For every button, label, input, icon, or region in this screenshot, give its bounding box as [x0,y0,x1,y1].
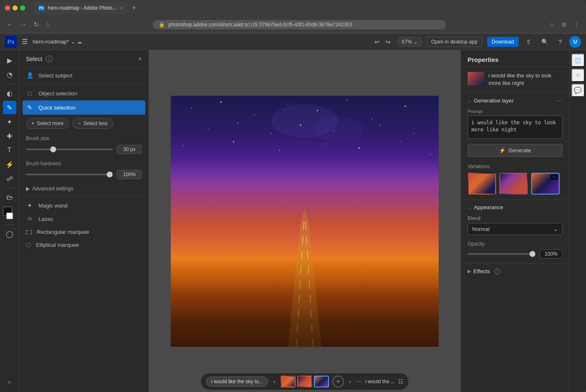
eyedropper-button[interactable]: 🗁 [3,191,16,204]
opacity-thumb[interactable] [529,251,535,257]
opacity-label: Opacity [468,241,563,247]
elliptical-marquee-label: Elliptical marquee [36,242,79,248]
select-more-button[interactable]: + Select more [26,118,69,129]
select-more-icon: + [31,120,34,126]
canvas-nav-next-button[interactable]: › [347,377,353,386]
comments-panel-button[interactable]: 💬 [571,84,585,97]
ps-logo: Ps [5,36,17,48]
opacity-slider-row: 100% [468,249,563,259]
gradient-tool-button[interactable]: ◐ [3,87,16,100]
tab-close-button[interactable]: × [120,5,123,10]
canvas-filter-button[interactable]: ☷ [398,378,404,385]
zoom-display[interactable]: 67% ⌄ [398,37,422,46]
brush-hardness-value[interactable]: 100% [117,170,142,179]
prompt-textarea[interactable] [468,115,563,139]
quick-selection-item[interactable]: ✎ Quick selection [23,100,145,115]
undo-button[interactable]: ↩ [372,37,382,47]
quick-selection-tool-button[interactable]: ✎ [3,101,16,114]
select-less-button[interactable]: − Select less [72,118,113,129]
generative-layer-toggle[interactable]: ⌄ Generative layer [468,97,514,104]
search-button[interactable]: 🔍 [539,37,551,47]
layers-panel-button[interactable]: ◫ [571,54,585,67]
select-subject-item[interactable]: 👤 Select subject [19,68,149,82]
select-more-label: Select more [37,120,64,126]
thumbnail-2[interactable] [297,376,312,387]
add-variation-button[interactable]: + [332,376,344,387]
browser-tabs: Ps hero-roadmap - Adobe Photo... × + [33,2,139,14]
app-header: Ps ☰ hero-roadmap* ⌄ ☁ ↩ ↪ 67% ⌄ Open in… [0,33,586,50]
thumbnail-3[interactable] [314,376,329,387]
open-desktop-button[interactable]: Open in desktop app [427,37,482,47]
healing-brush-button[interactable]: ✦ [3,115,16,128]
new-tab-button[interactable]: + [129,4,139,13]
back-button[interactable]: ← [5,19,15,30]
magic-wand-icon: ✦ [26,202,33,209]
active-tab[interactable]: Ps hero-roadmap - Adobe Photo... × [33,2,128,14]
tab-title: hero-roadmap - Adobe Photo... [48,5,117,11]
menu-separator-2 [19,197,149,197]
rectangular-marquee-item[interactable]: Rectangular marquee [19,225,149,238]
generative-fill-button[interactable]: ⚡ [3,158,16,171]
collapse-toolbar-button[interactable]: « [3,375,16,389]
variation-1[interactable] [468,173,496,195]
brush-hardness-track[interactable] [26,174,113,175]
share-button[interactable]: ⇧ [524,37,534,47]
canvas-nav-prev-button[interactable]: ‹ [272,377,277,386]
maximize-window-button[interactable] [20,5,25,10]
blend-select[interactable]: Normal ⌄ [468,223,563,235]
object-selection-item[interactable]: □ Object selection [19,86,149,100]
minimize-window-button[interactable] [13,5,18,10]
ellipse-tool-button[interactable]: ◯ [3,227,16,241]
canvas-more-button[interactable]: ⋯ [356,378,362,385]
bottom-bar-inner: i would like the sky to... ‹ + › [200,373,409,390]
address-bar[interactable]: 🔒 photoshop.adobe.com/id/urn:aaid:sc:US:… [153,20,446,29]
color-picker[interactable] [3,207,16,220]
home-button[interactable]: ⌂ [44,19,51,30]
adjustments-panel-button[interactable]: ⚛ [571,69,585,82]
generate-button[interactable]: ⚡ Generate [468,144,563,157]
text-tool-button[interactable]: T [3,143,16,157]
move-tool-button[interactable]: ✚ [3,129,16,143]
redo-button[interactable]: ↪ [383,37,393,47]
brush-hardness-thumb[interactable] [107,172,113,177]
select-panel-close-button[interactable]: × [138,55,142,63]
menu-button[interactable]: ⋮ [572,20,581,30]
brush-size-thumb[interactable] [50,146,56,152]
extensions-button[interactable]: ⚙ [560,20,568,30]
select-info-icon[interactable]: i [46,56,52,62]
canvas-content[interactable] [149,50,460,392]
nav-actions: ☆ ⚙ ⋮ [547,20,581,30]
user-avatar[interactable]: U [569,36,581,48]
reload-button[interactable]: ↻ [32,19,41,30]
replace-sky-button[interactable]: ☍ [3,172,16,185]
right-icon-panel: ◫ ⚛ 💬 [569,50,586,392]
prompt-text-display: i would like the sky to look more like n… [488,72,563,87]
advanced-settings-toggle[interactable]: ▶ Advanced settings [19,182,149,195]
brush-size-fill [26,149,52,150]
background-color[interactable] [6,213,13,219]
canvas-prompt-chip[interactable]: i would like the sky to... [206,377,268,387]
thumbnail-1[interactable] [280,376,296,387]
download-button[interactable]: Download [487,37,519,47]
effects-toggle[interactable]: ▶ Effects i [461,264,569,279]
brush-size-track[interactable] [26,149,113,150]
forward-button[interactable]: → [18,19,28,30]
lasso-item[interactable]: ♾ Lasso [19,212,149,225]
variation-3[interactable]: ⋯ [531,173,560,195]
brush-hardness-slider-row: 100% [19,168,149,182]
opacity-track[interactable] [468,253,535,255]
hamburger-menu[interactable]: ☰ [22,38,28,46]
select-tool-button[interactable]: ▶ [3,54,16,67]
variation-2[interactable] [499,173,528,195]
brush-size-value[interactable]: 30 px [117,145,142,154]
appearance-toggle[interactable]: ⌄ Appearance [468,204,503,210]
elliptical-marquee-item[interactable]: Elliptical marquee [19,238,149,251]
close-window-button[interactable] [5,5,10,10]
generative-layer-more-button[interactable]: ⋯ [556,97,563,105]
bookmark-button[interactable]: ☆ [547,20,556,30]
opacity-value[interactable]: 100% [540,249,563,259]
generate-icon: ⚡ [499,147,506,154]
magic-wand-item[interactable]: ✦ Magic wand [19,199,149,212]
help-button[interactable]: ? [556,37,564,47]
brush-select-button[interactable]: ◔ [3,68,16,81]
